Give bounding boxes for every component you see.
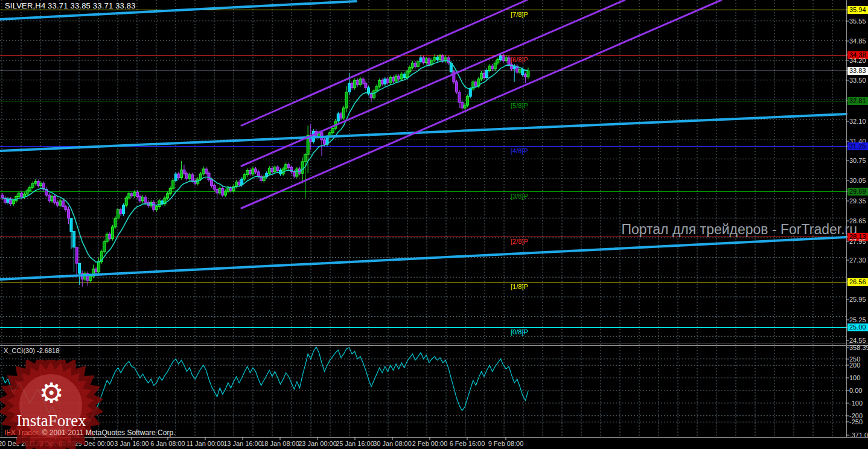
candle-body: [348, 83, 351, 92]
candle-body: [243, 175, 246, 179]
candle-body: [406, 72, 408, 78]
candle-body: [324, 140, 326, 144]
price-axis-label: 32.10: [847, 118, 868, 126]
murrey-label-28P: [2/8]P: [511, 238, 528, 245]
price-axis-label: 35.55: [847, 18, 868, 25]
candle-body: [359, 79, 362, 85]
candle-body: [78, 263, 81, 273]
candle-body: [494, 63, 496, 69]
candle-body: [271, 168, 273, 172]
price-axis-label: 27.30: [847, 256, 868, 264]
violet-trendline: [241, 0, 527, 126]
price-axis-label: 28.65: [847, 217, 868, 225]
symbol-ohlc-header: SILVER,H4 33.71 33.85 33.71 33.83: [5, 1, 136, 10]
candle-body: [73, 231, 75, 247]
candle-body: [56, 202, 59, 205]
candle-body: [398, 76, 400, 79]
candle-body: [417, 62, 420, 66]
candle-body: [414, 63, 416, 66]
candle-body: [67, 209, 69, 218]
candle-body: [486, 70, 488, 77]
candle-body: [172, 180, 174, 188]
candle-body: [296, 169, 298, 176]
blue-trendline: [0, 237, 846, 279]
fortrader-watermark: Портал для трейдеров - ForTrader.ru: [621, 221, 857, 238]
murrey-label-08P: [0/8]P: [511, 328, 528, 336]
price-badge: 35.94: [847, 6, 868, 14]
candle-body: [373, 91, 375, 98]
candle-body: [255, 169, 257, 172]
price-badge: 32.81: [847, 97, 868, 105]
candle-body: [375, 86, 378, 91]
price-badge: 25.00: [847, 323, 868, 331]
candle-body: [365, 83, 367, 88]
candle-body: [183, 170, 185, 173]
copyright-metaquotes: MetaQuotes Software Corp.: [86, 428, 176, 437]
candle-body: [342, 108, 345, 118]
murrey-label-58P: [5/8]P: [511, 102, 528, 109]
indicator-axis-label: 0.00: [847, 387, 868, 395]
murrey-label-18P: [1/8]P: [511, 283, 528, 290]
candle-body: [130, 194, 133, 196]
candle-body: [392, 78, 395, 81]
price-axis-label: 30.75: [847, 157, 868, 165]
candle-body: [142, 197, 144, 201]
candle-body: [351, 83, 353, 88]
price-axis-label: 30.05: [847, 177, 868, 185]
candle-body: [136, 192, 138, 196]
candle-body: [34, 182, 37, 183]
candle-body: [40, 183, 42, 185]
candle-body: [89, 276, 92, 281]
candle-body: [467, 97, 469, 105]
candle-body: [208, 173, 210, 180]
candle-body: [378, 80, 381, 86]
candle-body: [26, 191, 28, 194]
candle-body: [340, 114, 342, 118]
indicator-axis-label: -100: [847, 400, 868, 407]
candle-body: [180, 170, 182, 177]
candle-body: [227, 188, 229, 191]
candle-body: [70, 218, 72, 232]
candle-body: [174, 174, 177, 180]
candle-body: [423, 58, 425, 63]
candle-body: [111, 227, 113, 238]
candle-body: [48, 195, 51, 201]
candle-body: [59, 201, 62, 205]
indicator-axis-label: -371.002: [847, 431, 868, 439]
candle-body: [205, 169, 207, 173]
candle-body: [304, 154, 307, 162]
candle-body: [356, 80, 359, 84]
candle-body: [268, 168, 270, 174]
murrey-label-38P: [3/8]P: [511, 193, 528, 200]
copyright-years: © 2001-2011: [40, 428, 85, 437]
candle-body: [120, 209, 122, 214]
candle-body: [491, 66, 494, 69]
price-axis-label: 33.50: [847, 77, 868, 84]
candle-body: [158, 201, 161, 207]
candle-body: [133, 192, 136, 196]
candle-body: [499, 56, 502, 59]
candle-body: [249, 170, 251, 174]
candle-body: [51, 197, 53, 201]
candle-body: [395, 76, 397, 81]
candle-body: [29, 187, 31, 191]
price-badge: 33.83: [847, 67, 868, 75]
candle-body: [216, 189, 219, 193]
candle-body: [389, 78, 392, 83]
candle-body: [285, 165, 287, 169]
candle-body: [98, 262, 100, 272]
platform-copyright: IFX Trader, © 2001-2011 MetaQuotes Softw…: [4, 428, 175, 437]
candle-body: [381, 80, 383, 84]
candle-body: [480, 73, 482, 79]
candle-body: [276, 167, 279, 171]
candle-body: [199, 174, 202, 179]
price-badge: 29.69: [847, 188, 868, 196]
price-badge: 26.56: [847, 278, 868, 286]
candle-body: [186, 173, 188, 179]
instaforex-logo-text: InstaForex: [6, 412, 97, 430]
candle-body: [144, 197, 147, 203]
candle-body: [238, 182, 240, 185]
mt4-chart-window: { "header": { "symbol_info": "SILVER,H4 …: [0, 0, 868, 449]
violet-trendline: [241, 0, 721, 208]
candle-body: [224, 191, 226, 195]
